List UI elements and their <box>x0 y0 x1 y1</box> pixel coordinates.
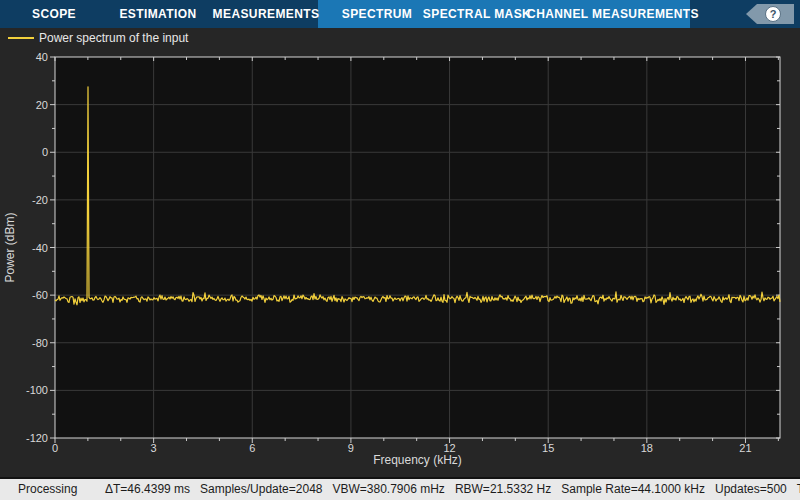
tab-scope[interactable]: SCOPE <box>32 0 76 28</box>
x-tick-label: 6 <box>249 442 255 454</box>
y-tick-label: 40 <box>36 51 48 63</box>
y-axis-label: Power (dBm) <box>3 212 17 282</box>
x-axis-label: Frequency (kHz) <box>373 453 462 467</box>
spectrum-plot: 03691215182140200-20-40-60-80-100-120Fre… <box>0 48 800 477</box>
y-tick-label: 20 <box>36 99 48 111</box>
x-tick-label: 9 <box>348 442 354 454</box>
x-tick-label: 0 <box>52 442 58 454</box>
tab-measurements[interactable]: MEASUREMENTS <box>213 0 320 28</box>
tab-spectral-mask[interactable]: SPECTRAL MASK <box>423 0 531 28</box>
y-tick-label: -100 <box>26 384 48 396</box>
legend: Power spectrum of the input <box>0 28 800 48</box>
status-item-samples-per-update: Samples/Update=2048 <box>200 482 322 496</box>
tab-spectrum[interactable]: SPECTRUM <box>342 0 413 28</box>
y-tick-label: -120 <box>26 432 48 444</box>
tab-channel-measurements[interactable]: CHANNEL MEASUREMENTS <box>527 0 699 28</box>
status-item-vbw: VBW=380.7906 mHz <box>332 482 444 496</box>
y-tick-label: -80 <box>32 337 48 349</box>
toolstrip-tabbar: SCOPE ESTIMATION MEASUREMENTS SPECTRUM S… <box>0 0 800 28</box>
status-item-rbw: RBW=21.5332 Hz <box>455 482 551 496</box>
y-tick-label: -60 <box>32 289 48 301</box>
x-tick-label: 3 <box>151 442 157 454</box>
spectrum-analyzer-window: SCOPE ESTIMATION MEASUREMENTS SPECTRUM S… <box>0 0 800 500</box>
status-state: Processing <box>18 479 105 500</box>
y-tick-label: -40 <box>32 242 48 254</box>
help-icon: ? <box>765 6 781 22</box>
x-tick-label: 15 <box>542 442 554 454</box>
legend-label: Power spectrum of the input <box>39 31 188 45</box>
status-item-updates: Updates=500 <box>715 482 787 496</box>
help-button[interactable]: ? <box>746 4 794 24</box>
x-tick-label: 18 <box>641 442 653 454</box>
legend-line-swatch <box>8 37 34 39</box>
y-tick-label: -20 <box>32 194 48 206</box>
status-bar: ProcessingΔT=46.4399 msSamples/Update=20… <box>0 477 800 500</box>
x-tick-label: 21 <box>739 442 751 454</box>
spectrum-plot-panel[interactable]: 03691215182140200-20-40-60-80-100-120Fre… <box>0 48 800 477</box>
status-item-delta-t: ΔT=46.4399 ms <box>105 482 190 496</box>
y-tick-label: 0 <box>42 146 48 158</box>
tab-estimation[interactable]: ESTIMATION <box>119 0 196 28</box>
status-item-sample-rate: Sample Rate=44.1000 kHz <box>561 482 705 496</box>
